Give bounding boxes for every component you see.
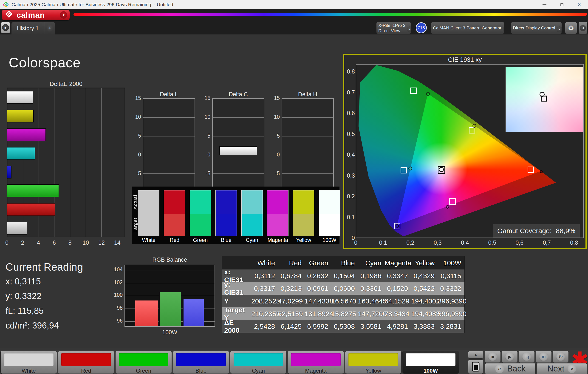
play-icon: ▶: [505, 352, 514, 361]
table-cell: 16,5670: [331, 297, 358, 305]
table-cell: 0,6961: [305, 285, 331, 292]
deltae-bar-magenta: [7, 128, 46, 141]
table-cell: 0,0600: [331, 285, 358, 292]
display-control-dropdown[interactable]: Direct Display Control ▼: [511, 22, 562, 34]
pattern-button-white[interactable]: White: [0, 351, 57, 374]
pattern-window-button[interactable]: [468, 360, 483, 374]
table-cell: 0,3361: [358, 285, 385, 292]
close-button[interactable]: ×: [571, 0, 588, 9]
pattern-button-cyan[interactable]: Cyan: [230, 351, 287, 374]
swatch-green: [190, 190, 211, 236]
pattern-button-label: Cyan: [230, 368, 286, 374]
swatch-actual: [138, 191, 159, 214]
deltae2000-xticks: 02468101214: [7, 239, 125, 246]
table-row: Y208,252547,0299147,433816,5670163,46456…: [222, 295, 464, 307]
axis-tick-label: 0,5: [485, 239, 499, 246]
cie-plot: Gamut Coverage: 88,9%: [356, 64, 584, 238]
axis-tick-label: 0,4: [345, 151, 355, 158]
axis-tick-label: 8: [63, 239, 77, 246]
table-cell: 0,3115: [438, 272, 464, 280]
swatch-actual: [164, 191, 185, 214]
delta-c-title: Delta C: [212, 91, 264, 98]
axis-tick-label: 0,2: [404, 239, 417, 246]
deltae-bar-row: [7, 144, 125, 163]
calman-menu-chevron-icon: ▼: [60, 11, 67, 19]
swatch-blue: [215, 190, 237, 236]
settings-button[interactable]: ⚙: [565, 22, 577, 34]
calman-menu-button[interactable]: calman ▼: [2, 10, 70, 20]
page-title: Colorspace: [9, 55, 81, 71]
pattern-button-green[interactable]: Green: [115, 351, 172, 374]
swatch-actual: [293, 191, 314, 214]
swatch-target: [319, 214, 340, 236]
refresh-button[interactable]: ↻: [553, 351, 569, 363]
back-label: Back: [507, 364, 525, 374]
swatch-white: [138, 190, 159, 236]
swatch-100w: [319, 190, 340, 236]
minimize-button[interactable]: [536, 0, 553, 9]
axis-tick-label: 0,7: [345, 89, 355, 96]
axis-tick-label: 0,4: [458, 239, 472, 246]
restore-button[interactable]: [553, 0, 571, 9]
gridline: [125, 270, 215, 270]
rgb-balance-xlabel: 100W: [125, 329, 215, 336]
table-cell: 131,8924: [304, 310, 331, 318]
axis-tick-label: 0: [129, 152, 141, 158]
axis-tick-label: 0,5: [345, 131, 355, 137]
axis-tick-label: 15: [129, 95, 141, 101]
table-cell: 0,3317: [252, 285, 278, 292]
cie-measured-green: [426, 92, 430, 96]
table-header-cell: Green: [305, 259, 331, 267]
table-row-label: y: CIE31: [222, 281, 252, 296]
cie-title: CIE 1931 xy: [344, 56, 586, 64]
play-button[interactable]: ▶: [502, 351, 518, 363]
tab-scroll-button[interactable]: ▶: [1, 22, 10, 33]
current-reading-fl: fL: 115,85: [6, 306, 44, 316]
stop-icon: ■: [488, 352, 497, 361]
chevron-down-icon: ▼: [503, 26, 504, 32]
measurement-table: WhiteRedGreenBlueCyanMagentaYellow100Wx:…: [222, 256, 465, 333]
add-tab-button[interactable]: +: [44, 22, 55, 34]
deltae-bar-row: [7, 126, 125, 144]
tab-history-1[interactable]: History 1 +: [11, 22, 55, 34]
table-cell: 194,4002: [411, 297, 438, 305]
meter-badge[interactable]: 718: [416, 22, 427, 33]
pattern-button-yellow[interactable]: Yellow: [345, 351, 401, 374]
pattern-button-blue[interactable]: Blue: [173, 351, 229, 374]
axis-tick-label: 96: [112, 318, 123, 324]
axis-tick-label: 6: [47, 239, 61, 246]
table-cell: 6,5992: [305, 322, 331, 330]
zero-line: [284, 155, 331, 155]
pattern-window-icon: [472, 362, 480, 372]
next-chevron-icon: »: [567, 364, 576, 373]
delta-c-bar: [219, 146, 257, 155]
swatch-target: [138, 214, 159, 236]
cie-target-red: [528, 167, 534, 173]
table-cell: 78,3434: [385, 310, 411, 318]
stop-button[interactable]: ■: [485, 351, 501, 363]
table-cell: 194,4083: [411, 310, 438, 318]
pattern-button-red[interactable]: Red: [58, 351, 114, 374]
delta-l-title: Delta L: [143, 91, 195, 98]
swatch-label: Magenta: [267, 237, 288, 243]
meter-dropdown[interactable]: X-Rite i1Pro 3Direct View ▼: [376, 22, 411, 34]
back-button[interactable]: « Back: [485, 363, 536, 374]
pattern-generator-dropdown[interactable]: CalMAN Client 3 Pattern Generator ▼: [431, 22, 504, 34]
tab-history-label: History 1: [11, 22, 44, 34]
next-button[interactable]: Next »: [536, 363, 587, 374]
step-measure-button[interactable]: [··]: [519, 351, 535, 363]
continuous-measure-button[interactable]: ∞: [536, 351, 552, 363]
swatch-actual-label: Actual: [133, 190, 138, 214]
cie-measured-white: [439, 167, 444, 172]
pattern-color-patch: [291, 353, 341, 366]
pattern-button-100w[interactable]: 100W: [402, 351, 459, 374]
pattern-button-magenta[interactable]: Magenta: [288, 351, 344, 374]
table-cell: 0,1986: [358, 272, 385, 280]
table-cell: 0,3213: [278, 285, 305, 292]
chevron-down-icon: ▼: [407, 26, 411, 32]
table-cell: 0,1504: [331, 272, 358, 280]
axis-tick-label: 2: [16, 239, 30, 246]
collapse-panel-button[interactable]: ◀: [578, 22, 588, 34]
deltae-bar-blue: [7, 166, 11, 179]
collapse-bar-button[interactable]: ▲: [468, 351, 483, 359]
